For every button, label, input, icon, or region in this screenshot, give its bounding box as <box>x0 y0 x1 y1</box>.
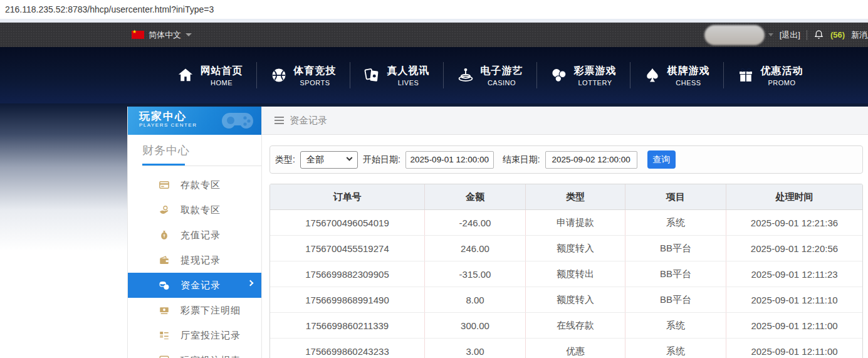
sidebar-item-提现记录[interactable]: 提现记录 <box>128 248 261 273</box>
nav-label-zh: 棋牌游戏 <box>667 65 710 78</box>
table-cell: 1756699860211339 <box>270 313 424 338</box>
start-date-label: 开始日期: <box>363 154 400 166</box>
sidebar-item-存款专区[interactable]: 存款专区 <box>128 172 261 197</box>
table-cell: 在线存款 <box>525 313 625 338</box>
table-cell: 1756699860243233 <box>270 339 424 358</box>
table-cell: BB平台 <box>625 261 726 287</box>
username-blurred[interactable] <box>704 25 765 45</box>
table-cell: 3.00 <box>424 339 525 358</box>
spade-icon <box>644 66 661 84</box>
nav-label-zh: 电子游艺 <box>481 65 523 78</box>
message-label[interactable]: 新消息 <box>851 29 868 41</box>
table-row: 1756700455519274246.00额度转入BB平台2025-09-01… <box>270 236 862 261</box>
nav-label-zh: 优惠活动 <box>761 65 803 78</box>
user-menu-chevron-icon[interactable] <box>768 33 773 36</box>
table-row: 1756699860211339300.00在线存款系统2025-09-01 1… <box>270 313 862 339</box>
withdrawal-wallet-icon <box>159 255 170 266</box>
sidebar-item-充值记录[interactable]: 充值记录 <box>128 223 261 248</box>
table-cell: 1756700496054019 <box>270 210 424 235</box>
sidebar-item-label: 提现记录 <box>180 255 221 266</box>
table-cell: 系统 <box>625 210 726 235</box>
sidebar-item-厅室投注记录[interactable]: 厅室投注记录 <box>128 323 261 348</box>
table-cell: 2025-09-01 12:11:10 <box>726 287 862 312</box>
language-label[interactable]: 简体中文 <box>149 29 181 41</box>
browser-address-bar[interactable]: 216.118.235.52:8783/hhcp/usercenter.html… <box>0 0 868 19</box>
type-select-value[interactable]: 全部 <box>306 154 324 166</box>
topbar-right: [退出] (56) 新消息 <box>704 23 868 47</box>
sidebar-item-label: 厅室投注记录 <box>180 330 241 342</box>
playing-cards-icon <box>363 66 381 84</box>
table-cell: 1756700455519274 <box>270 236 424 261</box>
funds-coins-icon <box>159 280 170 291</box>
sidebar-item-彩票下注明细[interactable]: 彩票下注明细 <box>128 298 261 323</box>
sidebar-section: 财务中心 <box>128 135 261 158</box>
nav-item-home[interactable]: 网站首页HOME <box>164 65 256 87</box>
table-header-row: 订单号金额类型项目处理时间 <box>270 184 862 210</box>
gift-icon <box>737 66 755 84</box>
table-cell: 优惠 <box>525 339 625 358</box>
table-cell: 2025-09-01 12:11:23 <box>726 261 862 287</box>
table-header-cell: 处理时间 <box>726 184 862 209</box>
china-flag-icon <box>132 31 144 39</box>
gamepad-icon <box>221 109 254 132</box>
nav-label-zh: 网站首页 <box>201 65 243 78</box>
message-count[interactable]: (56) <box>830 30 845 39</box>
roulette-icon <box>457 66 474 84</box>
sidebar-menu: 存款专区取款专区充值记录提现记录资金记录彩票下注明细厅室投注记录玩家投注报表 <box>128 172 261 358</box>
table-cell: 1756699882309905 <box>270 261 424 287</box>
type-select[interactable]: 全部 <box>300 151 358 169</box>
page-url[interactable]: 216.118.235.52:8783/hhcp/usercenter.html… <box>5 4 214 14</box>
sidebar-header: 玩家中心 PLAYERS CENTER <box>128 107 261 135</box>
table-header-cell: 项目 <box>625 184 726 209</box>
table-cell: 2025-09-01 12:21:36 <box>726 210 862 235</box>
funds-record-table: 订单号金额类型项目处理时间1756700496054019-246.00申请提款… <box>269 184 863 358</box>
sidebar-item-资金记录[interactable]: 资金记录 <box>128 273 261 298</box>
language-selector[interactable]: 简体中文 <box>132 29 192 41</box>
table-row: 1756699882309905-315.00额度转出BB平台2025-09-0… <box>270 261 862 287</box>
topbar-divider <box>807 30 807 40</box>
start-date-input[interactable] <box>405 151 494 169</box>
content-region: 资金记录 玩家中心 PLAYERS CENTER 财务中心 存款专区取款专区充值… <box>0 103 868 358</box>
table-cell: 系统 <box>625 339 726 358</box>
table-cell: 额度转入 <box>525 236 625 261</box>
sidebar-item-label: 资金记录 <box>180 280 221 292</box>
section-underline <box>142 166 261 166</box>
logout-link[interactable]: [退出] <box>780 29 800 41</box>
table-cell: 8.00 <box>424 287 525 312</box>
nav-item-sports[interactable]: 体育竞技SPORTS <box>257 65 350 87</box>
sidebar-item-取款专区[interactable]: 取款专区 <box>128 197 261 223</box>
recharge-bag-icon <box>159 229 170 241</box>
hall-bets-icon <box>159 330 170 341</box>
table-row: 17566998689914908.00额度转入BB平台2025-09-01 1… <box>270 287 862 313</box>
table-header-cell: 订单号 <box>270 184 424 209</box>
sidebar-item-label: 存款专区 <box>180 179 221 191</box>
list-menu-icon <box>275 117 284 124</box>
screen: 216.118.235.52:8783/hhcp/usercenter.html… <box>0 0 868 358</box>
sidebar-item-label: 玩家投注报表 <box>180 355 241 358</box>
home-icon <box>177 66 194 84</box>
end-date-input[interactable] <box>545 151 637 169</box>
table-cell: 246.00 <box>424 236 525 261</box>
nav-item-casino[interactable]: 电子游艺CASINO <box>444 65 536 87</box>
nav-item-lottery[interactable]: 彩票游戏LOTTERY <box>537 65 630 87</box>
sidebar: 玩家中心 PLAYERS CENTER 财务中心 存款专区取款专区充值记录提现记… <box>127 107 262 358</box>
table-cell: -315.00 <box>424 261 525 287</box>
select-chevron-icon[interactable] <box>346 155 352 161</box>
nav-label-en: CASINO <box>488 79 516 87</box>
end-date-label: 结束日期: <box>503 154 540 166</box>
filter-bar: 类型: 全部 开始日期: 结束日期: 查询 <box>269 145 863 174</box>
table-row: 1756700496054019-246.00申请提款系统2025-09-01 … <box>270 210 862 236</box>
chevron-down-icon[interactable] <box>186 33 192 36</box>
table-cell: 额度转出 <box>525 261 625 287</box>
table-cell: BB平台 <box>625 236 726 261</box>
nav-label-zh: 真人视讯 <box>387 65 430 78</box>
search-button[interactable]: 查询 <box>647 150 676 169</box>
topbar: 简体中文 [退出] (56) 新消息 <box>0 23 868 47</box>
table-cell: 系统 <box>625 313 726 338</box>
sidebar-item-玩家投注报表[interactable]: 玩家投注报表 <box>128 348 261 358</box>
nav-item-lives[interactable]: 真人视讯LIVES <box>350 65 443 87</box>
breadcrumb-title: 资金记录 <box>290 115 327 127</box>
nav-item-chess[interactable]: 棋牌游戏CHESS <box>630 65 723 87</box>
bell-icon[interactable] <box>813 29 824 40</box>
nav-item-promo[interactable]: 优惠活动PROMO <box>724 65 817 87</box>
